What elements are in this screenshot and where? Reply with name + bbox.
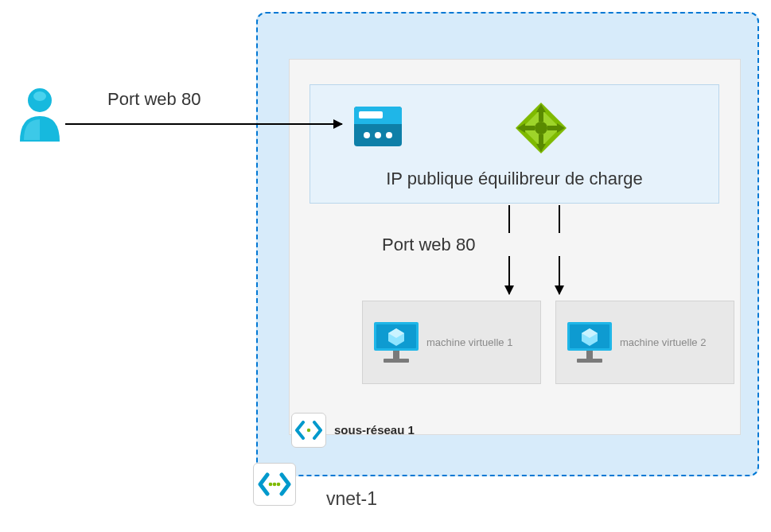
svg-rect-31 (547, 126, 559, 130)
svg-rect-8 (586, 351, 593, 359)
svg-rect-2 (393, 351, 399, 359)
svg-rect-29 (539, 134, 543, 146)
svg-rect-16 (354, 121, 402, 124)
arrow-lb-to-vm2 (559, 256, 560, 294)
port-label-backend: Port web 80 (382, 235, 475, 255)
svg-point-18 (364, 132, 370, 138)
vm-icon (372, 320, 420, 364)
svg-point-32 (307, 429, 310, 432)
vm-box-1: machine virtuelle 1 (362, 301, 541, 384)
vnet-label: vnet-1 (326, 488, 377, 510)
public-ip-icon (352, 105, 403, 148)
svg-point-34 (273, 483, 277, 487)
subnet-badge (291, 413, 326, 448)
load-balancer-icon (512, 99, 570, 157)
arrow-lb-down-stub-1 (508, 205, 510, 233)
subnet-icon (295, 421, 322, 440)
svg-rect-28 (539, 111, 543, 122)
svg-point-35 (277, 483, 281, 487)
arrow-lb-to-vm1 (508, 256, 510, 294)
arrow-lb-down-stub-2 (559, 205, 560, 233)
user-icon (16, 86, 64, 143)
svg-rect-30 (524, 126, 535, 130)
svg-point-33 (269, 483, 273, 487)
svg-rect-9 (577, 359, 602, 363)
vm-label: machine virtuelle 1 (426, 336, 512, 348)
svg-point-13 (33, 91, 46, 101)
vnet-badge (253, 463, 296, 506)
vnet-icon (258, 472, 291, 496)
svg-rect-3 (384, 359, 409, 363)
public-ip-lb-label: IP publique équilibreur de charge (310, 169, 719, 189)
arrow-user-to-lb (65, 123, 342, 125)
svg-point-23 (535, 122, 547, 134)
vm-label: machine virtuelle 2 (620, 336, 706, 348)
port-label-ingress: Port web 80 (107, 89, 201, 110)
subnet-label: sous-réseau 1 (334, 423, 415, 437)
vm-icon (566, 320, 613, 364)
svg-rect-17 (359, 111, 383, 118)
svg-point-19 (375, 132, 381, 138)
svg-point-20 (386, 132, 392, 138)
vm-box-2: machine virtuelle 2 (555, 301, 734, 384)
